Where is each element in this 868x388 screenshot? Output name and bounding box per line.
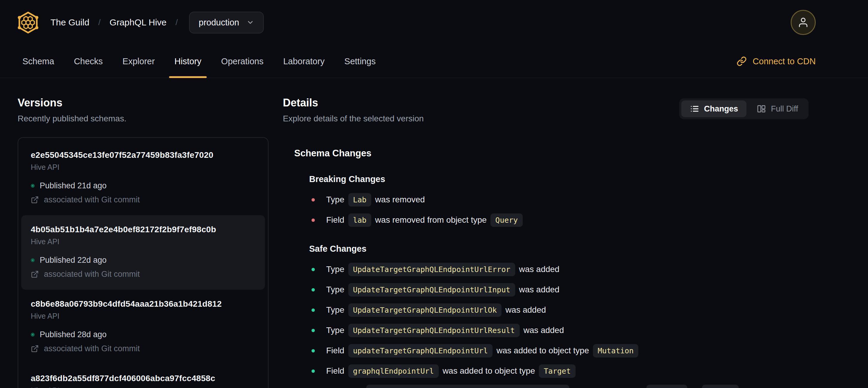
breadcrumb-project[interactable]: GraphQL Hive — [110, 17, 167, 28]
service-name: Hive API — [31, 163, 255, 172]
version-card[interactable]: a823f6db2a55df877dcf406006abca97fcc4858c… — [21, 364, 265, 388]
git-commit-link[interactable]: associated with Git commit — [31, 195, 255, 205]
change-item: FieldupdateTargetGraphQLEndpointUrlwas a… — [309, 342, 850, 359]
list-icon — [690, 104, 699, 114]
version-list: e2e55045345ce13fe07f52a77459b83fa3fe7020… — [18, 137, 269, 388]
git-commit-link[interactable]: associated with Git commit — [31, 270, 255, 279]
details-panel: Details Explore details of the selected … — [283, 96, 850, 388]
published-dot-icon — [31, 184, 35, 188]
code-chip: String! — [646, 385, 687, 388]
version-card[interactable]: e2e55045345ce13fe07f52a77459b83fa3fe7020… — [21, 141, 265, 215]
diff-columns-icon — [756, 104, 766, 114]
change-text: was added — [519, 265, 559, 274]
tab-settings[interactable]: Settings — [344, 45, 376, 78]
change-text: Type — [326, 326, 344, 335]
change-text: Field — [326, 346, 344, 355]
details-header: Details Explore details of the selected … — [283, 96, 850, 123]
publish-time: Published 28d ago — [40, 330, 106, 339]
full-diff-view-label: Full Diff — [771, 104, 798, 114]
publish-status: Published 28d ago — [31, 330, 255, 339]
code-chip: Mutation — [593, 344, 638, 358]
versions-title: Versions — [18, 96, 269, 109]
external-link-icon — [31, 345, 39, 353]
code-chip: Target — [539, 364, 575, 378]
changes-view-button[interactable]: Changes — [681, 100, 746, 117]
tab-checks[interactable]: Checks — [74, 45, 103, 78]
git-commit-text: associated with Git commit — [44, 344, 140, 353]
safe-bullet-icon — [312, 349, 315, 352]
tab-list: SchemaChecksExplorerHistoryOperationsLab… — [22, 45, 376, 78]
tab-laboratory[interactable]: Laboratory — [283, 45, 325, 78]
change-text: Field — [326, 215, 344, 225]
breaking-changes-list: TypeLabwas removedFieldlabwas removed fr… — [309, 191, 850, 228]
full-diff-view-button[interactable]: Full Diff — [748, 100, 806, 117]
change-text: Input field — [326, 387, 362, 388]
safe-changes-group: Safe Changes TypeUpdateTargetGraphQLEndp… — [294, 244, 850, 388]
service-name: Hive API — [31, 312, 255, 321]
breaking-changes-group: Breaking Changes TypeLabwas removedField… — [294, 174, 850, 228]
change-text: was removed — [375, 195, 425, 205]
change-text: Field — [326, 366, 344, 376]
schema-changes-section: Schema Changes Breaking Changes TypeLabw… — [283, 148, 850, 388]
tab-operations[interactable]: Operations — [221, 45, 264, 78]
version-card[interactable]: c8b6e88a06793b9c4dfd54aaa21b36a1b421d812… — [21, 290, 265, 364]
published-dot-icon — [31, 258, 35, 262]
app-header: The Guild / GraphQL Hive / production Sc… — [0, 0, 868, 78]
target-selector-dropdown[interactable]: production — [189, 12, 264, 33]
service-name: Hive API — [31, 386, 255, 388]
change-item: TypeUpdateTargetGraphQLEndpointUrlInputw… — [309, 281, 850, 298]
tab-explorer[interactable]: Explorer — [122, 45, 155, 78]
safe-changes-title: Safe Changes — [309, 244, 850, 254]
breadcrumb-org[interactable]: The Guild — [51, 17, 89, 28]
chevron-down-icon — [246, 19, 254, 26]
details-subtitle: Explore details of the selected version — [283, 114, 424, 123]
code-chip: String — [702, 385, 738, 388]
change-text: Type — [326, 265, 344, 274]
change-item: Input fieldUpdateDocumentCollectionOpera… — [309, 383, 850, 388]
change-text: was added — [524, 326, 564, 335]
git-commit-text: associated with Git commit — [44, 195, 140, 205]
connect-to-cdn-button[interactable]: Connect to CDN — [737, 45, 816, 78]
change-text: Type — [326, 195, 344, 205]
breaking-bullet-icon — [312, 198, 315, 202]
user-icon — [798, 16, 809, 29]
git-commit-link[interactable]: associated with Git commit — [31, 344, 255, 353]
breadcrumb: The Guild / GraphQL Hive / production — [51, 12, 264, 33]
code-chip: Lab — [348, 193, 371, 207]
safe-bullet-icon — [312, 268, 315, 271]
code-chip: graphqlEndpointUrl — [348, 364, 439, 378]
version-hash: 4b05ab51b1b4a7e2e4b0ef82172f2b9f7ef98c0b — [31, 225, 255, 234]
git-commit-text: associated with Git commit — [44, 270, 140, 279]
breaking-bullet-icon — [312, 218, 315, 222]
safe-bullet-icon — [312, 288, 315, 292]
version-card[interactable]: 4b05ab51b1b4a7e2e4b0ef82172f2b9f7ef98c0b… — [21, 215, 265, 290]
breaking-changes-title: Breaking Changes — [309, 174, 850, 184]
safe-bullet-icon — [312, 308, 315, 312]
version-hash: c8b6e88a06793b9c4dfd54aaa21b36a1b421d812 — [31, 299, 255, 309]
change-text: Type — [326, 305, 344, 315]
tab-history[interactable]: History — [175, 45, 201, 78]
user-avatar-button[interactable] — [790, 10, 816, 35]
code-chip: UpdateTargetGraphQLEndpointUrlOk — [348, 303, 502, 317]
change-item: TypeUpdateTargetGraphQLEndpointUrlResult… — [309, 322, 850, 339]
publish-status: Published 21d ago — [31, 181, 255, 190]
target-selector-value: production — [198, 18, 239, 28]
service-name: Hive API — [31, 237, 255, 246]
view-toggle: Changes Full Diff — [679, 98, 809, 119]
change-text: to — [691, 387, 698, 388]
published-dot-icon — [31, 333, 35, 336]
change-item: TypeUpdateTargetGraphQLEndpointUrlOkwas … — [309, 302, 850, 318]
change-item: Fieldlabwas removed from object typeQuer… — [309, 212, 850, 228]
safe-bullet-icon — [312, 329, 315, 332]
code-chip: updateTargetGraphQLEndpointUrl — [348, 344, 493, 358]
versions-subtitle: Recently published schemas. — [18, 114, 269, 123]
breadcrumb-separator: / — [98, 18, 101, 27]
top-bar: The Guild / GraphQL Hive / production — [0, 0, 868, 45]
tab-schema[interactable]: Schema — [22, 45, 54, 78]
details-title: Details — [283, 96, 424, 109]
publish-status: Published 22d ago — [31, 256, 255, 265]
publish-time: Published 22d ago — [40, 256, 106, 265]
breadcrumb-separator: / — [176, 18, 178, 27]
hive-logo-icon — [18, 11, 38, 34]
main-content: Versions Recently published schemas. e2e… — [0, 78, 868, 388]
